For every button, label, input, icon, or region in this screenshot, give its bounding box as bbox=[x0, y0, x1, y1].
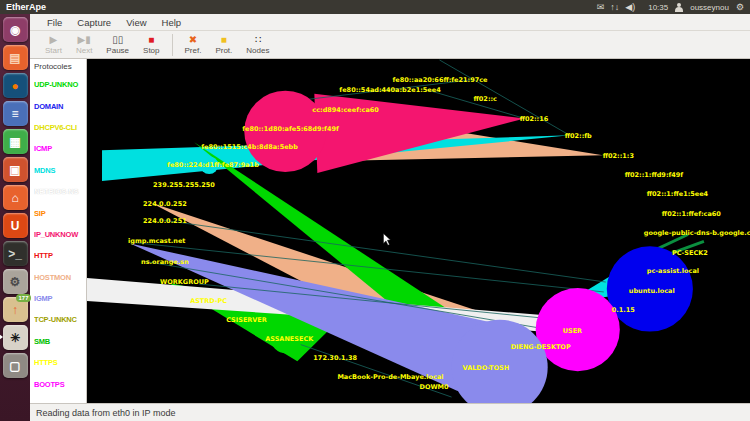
network-canvas[interactable]: fe80::aa20:66ff:fe21:97cefe80::54ad:440a… bbox=[87, 59, 750, 403]
node-label-22: ubuntu.local bbox=[629, 287, 675, 295]
libreoffice-writer-icon-glyph: ≡ bbox=[11, 108, 18, 120]
menu-capture[interactable]: Capture bbox=[77, 17, 111, 28]
update-count-badge: 177 bbox=[16, 294, 30, 302]
menu-file[interactable]: File bbox=[47, 17, 62, 28]
user-icon bbox=[675, 3, 683, 12]
software-center-icon-glyph: ⌂ bbox=[11, 192, 18, 204]
clock[interactable]: 10:35 bbox=[648, 3, 668, 12]
network-updown-icon[interactable]: ↑↓ bbox=[610, 2, 619, 12]
pause-button[interactable]: ▯▯Pause bbox=[99, 34, 136, 55]
dash-home-icon[interactable]: ◉ bbox=[3, 17, 28, 42]
pref-icon: ✖ bbox=[189, 34, 197, 46]
tray-icons: ✉↑↓◀) bbox=[597, 2, 641, 12]
node-label-4: ff02::16 bbox=[520, 115, 549, 123]
toolbar-label: Nodes bbox=[246, 46, 269, 55]
node-label-2: ff02::c bbox=[474, 95, 498, 103]
window-content: Protocoles UDP-UNKNODOMAINDHCPV6-CLIICMP… bbox=[30, 59, 750, 403]
files-icon-glyph: ▤ bbox=[9, 52, 20, 64]
system-settings-icon[interactable]: ⚙ bbox=[3, 269, 28, 294]
node-label-16: google-public-dns-b.google.com bbox=[644, 229, 750, 237]
node-label-31: MacBook-Pro-de-Mbaye.local bbox=[337, 373, 443, 381]
protocol-sip: SIP bbox=[34, 202, 86, 223]
terminal-icon-glyph: >_ bbox=[8, 248, 22, 260]
protocol-https: HTTPS bbox=[34, 352, 86, 373]
menu-bar: FileCaptureViewHelp bbox=[30, 14, 750, 31]
terminal-icon[interactable]: >_ bbox=[3, 241, 28, 266]
status-text: Reading data from eth0 in IP mode bbox=[36, 408, 175, 418]
node-label-29: 172.30.1.38 bbox=[313, 354, 357, 362]
volume-icon[interactable]: ◀) bbox=[625, 2, 635, 12]
protocol-hostmon: HOSTMON bbox=[34, 267, 86, 288]
node-label-10: ff02::1:ffd9:f49f bbox=[625, 171, 684, 179]
protocol-icpmpv6: ICPMPV6 bbox=[34, 395, 86, 403]
status-bar: Reading data from eth0 in IP mode bbox=[30, 403, 750, 421]
node-label-7: fe80::1515:c4b:8d8a:5ebb bbox=[201, 143, 298, 151]
workspace-icon-glyph: ▢ bbox=[9, 360, 20, 372]
menu-view[interactable]: View bbox=[126, 17, 146, 28]
node-label-24: 0.1.15 bbox=[612, 306, 636, 314]
toolbar-label: Pause bbox=[106, 46, 129, 55]
protocol-list: UDP-UNKNODOMAINDHCPV6-CLIICMPMDNSNETBIOS… bbox=[34, 74, 86, 403]
protocol-tcp-unknc: TCP-UNKNC bbox=[34, 309, 86, 330]
toolbar-label: Pref. bbox=[185, 46, 202, 55]
ubuntu-one-icon[interactable]: U bbox=[3, 213, 28, 238]
stop-button[interactable]: ■Stop bbox=[136, 34, 166, 55]
libreoffice-calc-icon-glyph: ▦ bbox=[9, 136, 20, 148]
next-button: ▶▮Next bbox=[69, 34, 99, 55]
session-gear-icon[interactable]: ⚙ bbox=[736, 2, 744, 12]
protocol-igmp: IGMP bbox=[34, 288, 86, 309]
system-tray: ✉↑↓◀) 10:35 ousseynou ⚙ bbox=[597, 2, 744, 12]
toolbar-label: Next bbox=[76, 46, 92, 55]
start-icon: ▶ bbox=[50, 34, 58, 46]
pref-button[interactable]: ✖Pref. bbox=[178, 34, 209, 55]
protocol-dhcpv6-cli: DHCPV6-CLI bbox=[34, 117, 86, 138]
next-icon: ▶▮ bbox=[78, 34, 91, 46]
node-label-12: ff02::1:ffe1:5ee4 bbox=[647, 190, 709, 198]
software-center-icon[interactable]: ⌂ bbox=[3, 185, 28, 210]
nodes-button[interactable]: ∷Nodes bbox=[239, 34, 276, 55]
start-button: ▶Start bbox=[38, 34, 69, 55]
node-label-1: fe80::54ad:440a:b2e1:5ee4 bbox=[339, 86, 441, 94]
node-label-15: 224.0.0.251 bbox=[143, 217, 187, 225]
node-label-14: ff02::1:ffef:ca60 bbox=[662, 210, 722, 218]
protocol-smb: SMB bbox=[34, 331, 86, 352]
toolbar-label: Stop bbox=[143, 46, 159, 55]
unity-launcher: ◉▤●≡▦▣⌂U>_⚙↑177✳▢ bbox=[0, 14, 30, 421]
libreoffice-impress-icon[interactable]: ▣ bbox=[3, 157, 28, 182]
node-label-23: ASTRD-PC bbox=[190, 297, 227, 305]
files-icon[interactable]: ▤ bbox=[3, 45, 28, 70]
firefox-icon[interactable]: ● bbox=[3, 73, 28, 98]
toolbar: ▶Start▶▮Next▯▯Pause■Stop✖Pref.■Prot.∷Nod… bbox=[30, 31, 750, 59]
node-label-11: 239.255.255.250 bbox=[153, 181, 215, 189]
libreoffice-calc-icon[interactable]: ▦ bbox=[3, 129, 28, 154]
network-graph[interactable]: fe80::aa20:66ff:fe21:97cefe80::54ad:440a… bbox=[87, 59, 750, 403]
software-updater-icon[interactable]: ↑177 bbox=[3, 297, 28, 322]
node-label-21: WORKGROUP bbox=[160, 278, 209, 286]
node-label-0: fe80::aa20:66ff:fe21:97ce bbox=[392, 76, 488, 84]
node-label-13: 224.0.0.252 bbox=[143, 200, 187, 208]
prot-button[interactable]: ■Prot. bbox=[208, 34, 239, 55]
node-label-28: DIENG-DESKTOP bbox=[511, 343, 571, 351]
node-label-17: igmp.mcast.net bbox=[128, 237, 185, 245]
nodes-icon: ∷ bbox=[255, 34, 261, 46]
protocol-bootps: BOOTPS bbox=[34, 373, 86, 394]
software-updater-icon-glyph: ↑ bbox=[12, 304, 18, 316]
protocol-panel: Protocoles UDP-UNKNODOMAINDHCPV6-CLIICMP… bbox=[30, 59, 87, 403]
node-label-18: PC-SECK2 bbox=[672, 249, 708, 257]
mail-icon[interactable]: ✉ bbox=[597, 2, 605, 12]
node-label-32: DOWM0 bbox=[420, 383, 450, 391]
ubuntu-one-icon-glyph: U bbox=[11, 220, 20, 232]
etherape-icon[interactable]: ✳ bbox=[3, 325, 28, 350]
running-indicator bbox=[0, 334, 3, 340]
node-label-30: VALDO-TOSH bbox=[463, 364, 510, 372]
node-label-26: USER bbox=[563, 327, 582, 335]
node-label-6: ff02::fb bbox=[565, 132, 592, 140]
workspace-icon[interactable]: ▢ bbox=[3, 353, 28, 378]
username[interactable]: ousseynou bbox=[690, 3, 729, 12]
protocol-mdns: MDNS bbox=[34, 160, 86, 181]
etherape-icon-glyph: ✳ bbox=[10, 332, 20, 344]
menu-help[interactable]: Help bbox=[162, 17, 182, 28]
node-label-3: cc:d894:ceef:ca60 bbox=[312, 106, 379, 114]
libreoffice-writer-icon[interactable]: ≡ bbox=[3, 101, 28, 126]
node-label-8: ff02::1:3 bbox=[603, 152, 634, 160]
